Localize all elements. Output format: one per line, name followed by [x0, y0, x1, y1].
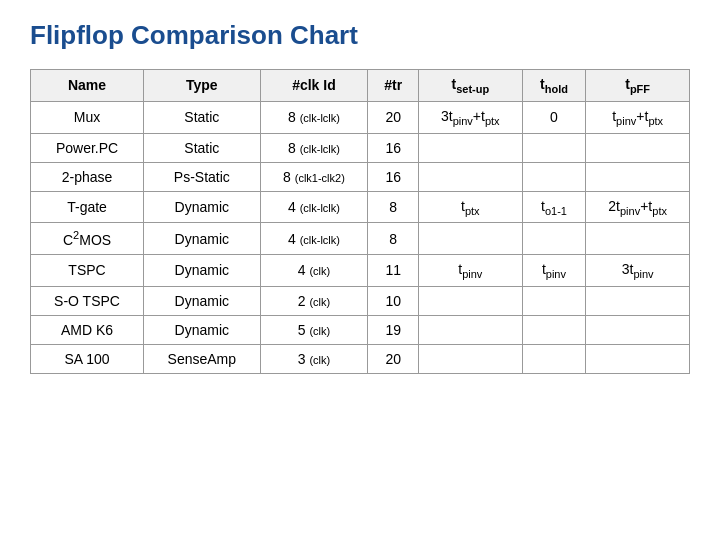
cell-tr: 20: [368, 101, 419, 133]
cell-type: Static: [144, 133, 260, 162]
cell-clk: 4 (clk): [260, 255, 368, 287]
cell-name: S-O TSPC: [31, 286, 144, 315]
cell-type: Dynamic: [144, 286, 260, 315]
cell-type: SenseAmp: [144, 344, 260, 373]
table-row: 2-phase Ps-Static 8 (clk1-clk2) 16: [31, 162, 690, 191]
table-row: S-O TSPC Dynamic 2 (clk) 10: [31, 286, 690, 315]
cell-tpff: 3tpinv: [586, 255, 690, 287]
cell-tsetup: [418, 223, 522, 255]
cell-clk: 3 (clk): [260, 344, 368, 373]
cell-tsetup: 3tpinv+tptx: [418, 101, 522, 133]
cell-tpff: [586, 286, 690, 315]
cell-thold: [522, 344, 586, 373]
cell-type: Dynamic: [144, 191, 260, 223]
table-row: Power.PC Static 8 (clk-lclk) 16: [31, 133, 690, 162]
cell-tpff: [586, 162, 690, 191]
col-header-thold: thold: [522, 70, 586, 102]
cell-thold: [522, 223, 586, 255]
table-row: Mux Static 8 (clk-lclk) 20 3tpinv+tptx 0…: [31, 101, 690, 133]
cell-name: 2-phase: [31, 162, 144, 191]
col-header-clk: #clk Id: [260, 70, 368, 102]
page-title: Flipflop Comparison Chart: [30, 20, 690, 51]
table-row: SA 100 SenseAmp 3 (clk) 20: [31, 344, 690, 373]
cell-tpff: [586, 344, 690, 373]
cell-tr: 8: [368, 223, 419, 255]
table-row: T-gate Dynamic 4 (clk-lclk) 8 tptx to1-1…: [31, 191, 690, 223]
cell-thold: [522, 133, 586, 162]
cell-tpff: tpinv+tptx: [586, 101, 690, 133]
table-row: C2MOS Dynamic 4 (clk-lclk) 8: [31, 223, 690, 255]
cell-type: Ps-Static: [144, 162, 260, 191]
cell-clk: 8 (clk1-clk2): [260, 162, 368, 191]
cell-tsetup: tptx: [418, 191, 522, 223]
cell-tsetup: [418, 133, 522, 162]
cell-name: AMD K6: [31, 315, 144, 344]
col-header-type: Type: [144, 70, 260, 102]
cell-clk: 8 (clk-lclk): [260, 133, 368, 162]
cell-tpff: [586, 133, 690, 162]
col-header-tpff: tpFF: [586, 70, 690, 102]
cell-type: Dynamic: [144, 315, 260, 344]
cell-clk: 4 (clk-lclk): [260, 223, 368, 255]
cell-type: Dynamic: [144, 223, 260, 255]
table-row: TSPC Dynamic 4 (clk) 11 tpinv tpinv 3tpi…: [31, 255, 690, 287]
cell-name: T-gate: [31, 191, 144, 223]
cell-tr: 11: [368, 255, 419, 287]
cell-tsetup: [418, 344, 522, 373]
col-header-name: Name: [31, 70, 144, 102]
cell-type: Static: [144, 101, 260, 133]
cell-thold: to1-1: [522, 191, 586, 223]
cell-clk: 2 (clk): [260, 286, 368, 315]
cell-clk: 5 (clk): [260, 315, 368, 344]
col-header-tr: #tr: [368, 70, 419, 102]
cell-name: C2MOS: [31, 223, 144, 255]
cell-thold: [522, 286, 586, 315]
cell-tr: 19: [368, 315, 419, 344]
cell-tpff: 2tpinv+tptx: [586, 191, 690, 223]
cell-clk: 4 (clk-lclk): [260, 191, 368, 223]
cell-thold: [522, 315, 586, 344]
cell-tpff: [586, 315, 690, 344]
cell-clk: 8 (clk-lclk): [260, 101, 368, 133]
cell-tpff: [586, 223, 690, 255]
cell-tr: 20: [368, 344, 419, 373]
col-header-tsetup: tset-up: [418, 70, 522, 102]
cell-tsetup: [418, 162, 522, 191]
cell-name: Mux: [31, 101, 144, 133]
table-row: AMD K6 Dynamic 5 (clk) 19: [31, 315, 690, 344]
cell-tr: 8: [368, 191, 419, 223]
cell-name: Power.PC: [31, 133, 144, 162]
cell-tsetup: tpinv: [418, 255, 522, 287]
cell-name: TSPC: [31, 255, 144, 287]
cell-name: SA 100: [31, 344, 144, 373]
cell-tr: 10: [368, 286, 419, 315]
cell-thold: [522, 162, 586, 191]
cell-thold: tpinv: [522, 255, 586, 287]
comparison-table: Name Type #clk Id #tr tset-up thold tpFF…: [30, 69, 690, 374]
cell-type: Dynamic: [144, 255, 260, 287]
cell-tr: 16: [368, 162, 419, 191]
cell-tr: 16: [368, 133, 419, 162]
cell-tsetup: [418, 315, 522, 344]
cell-tsetup: [418, 286, 522, 315]
cell-thold: 0: [522, 101, 586, 133]
